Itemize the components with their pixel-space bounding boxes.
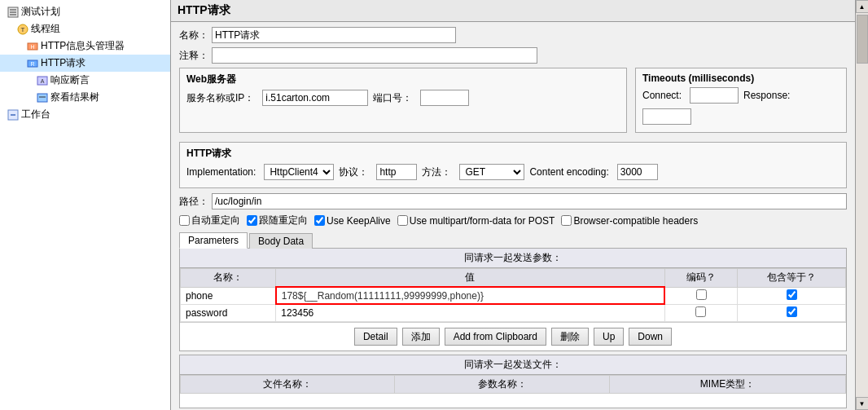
tree-item-results-tree[interactable]: 察看结果树 <box>0 89 170 106</box>
server-row: 服务名称或IP： 端口号： <box>186 90 620 106</box>
tree-item-thread-group[interactable]: T 线程组 <box>0 20 170 37</box>
col-filename: 文件名称： <box>181 375 395 393</box>
scrollbar-track <box>856 13 868 397</box>
add-button[interactable]: 添加 <box>402 328 440 346</box>
name-label: 名称： <box>179 29 208 42</box>
browser-compat-checkbox[interactable] <box>561 215 572 226</box>
port-label: 端口号： <box>373 91 412 105</box>
encode-phone-checkbox[interactable] <box>696 289 707 300</box>
svg-text:H: H <box>30 44 34 50</box>
param-value-password: 123456 <box>276 304 665 321</box>
test-plan-icon <box>7 6 20 19</box>
tree-item-workbench[interactable]: 工作台 <box>0 106 170 123</box>
assertion-icon: A <box>36 74 49 87</box>
send-files-section: 同请求一起发送文件： 文件名称： 参数名称： MIME类型： <box>179 355 847 409</box>
http-request-icon: R <box>26 57 39 70</box>
follow-redirect-label[interactable]: 跟随重定向 <box>247 214 308 227</box>
workbench-icon <box>7 108 20 121</box>
button-row: Detail 添加 Add from Clipboard 删除 Up Down <box>180 322 846 350</box>
down-button[interactable]: Down <box>629 328 672 346</box>
param-name-password: password <box>181 304 276 321</box>
method-select[interactable]: GET POST <box>459 164 524 180</box>
comments-input[interactable] <box>212 47 537 64</box>
name-row: 名称： <box>179 27 847 43</box>
port-input[interactable] <box>420 90 469 106</box>
assertion-label: 响应断言 <box>50 73 90 87</box>
detail-button[interactable]: Detail <box>354 328 397 346</box>
web-server-title: Web服务器 <box>186 73 620 86</box>
include-password-checkbox[interactable] <box>787 306 797 317</box>
param-encode-phone <box>664 287 737 304</box>
auto-redirect-checkbox[interactable] <box>179 215 190 226</box>
auto-redirect-text: 自动重定向 <box>191 214 240 227</box>
web-server-section: Web服务器 服务名称或IP： 端口号： <box>179 68 627 133</box>
http-request-section: HTTP请求 Implementation: HttpClient4 协议： 方… <box>179 142 847 188</box>
col-include: 包含等于？ <box>738 269 846 288</box>
param-encode-password <box>664 304 737 321</box>
encode-password-checkbox[interactable] <box>695 306 706 317</box>
comments-label: 注释： <box>179 49 208 63</box>
comments-row: 注释： <box>179 47 847 64</box>
send-files-table: 文件名称： 参数名称： MIME类型： <box>180 375 846 408</box>
send-files-header: 同请求一起发送文件： <box>180 355 846 375</box>
param-name-phone: phone <box>181 287 276 304</box>
include-phone-checkbox[interactable] <box>787 289 797 300</box>
http-header-icon: H <box>26 40 39 53</box>
multipart-label[interactable]: Use multipart/form-data for POST <box>397 215 555 227</box>
tree-item-http-request[interactable]: R HTTP请求 <box>0 55 170 72</box>
protocol-input[interactable] <box>376 164 417 180</box>
timeouts-row: Connect: Response: <box>642 87 840 125</box>
name-input[interactable] <box>212 27 456 43</box>
params-header: 同请求一起发送参数： <box>180 249 846 268</box>
http-request-label: HTTP请求 <box>41 56 85 70</box>
scroll-down-button[interactable]: ▼ <box>856 397 869 410</box>
keepalive-checkbox[interactable] <box>314 215 325 226</box>
tab-body-data[interactable]: Body Data <box>249 233 313 249</box>
http-request-section-title: HTTP请求 <box>186 147 840 161</box>
path-input[interactable] <box>212 193 847 209</box>
checkbox-row: 自动重定向 跟随重定向 Use KeepAlive Use multipart/… <box>179 214 847 227</box>
http-options-row: Implementation: HttpClient4 协议： 方法： GET … <box>186 164 840 180</box>
results-tree-icon <box>36 91 49 104</box>
thread-group-label: 线程组 <box>31 22 60 36</box>
add-clipboard-button[interactable]: Add from Clipboard <box>445 328 546 346</box>
tree-item-assertion[interactable]: A 响应断言 <box>0 72 170 89</box>
thread-group-icon: T <box>16 23 29 36</box>
delete-button[interactable]: 删除 <box>551 328 589 346</box>
up-button[interactable]: Up <box>594 328 624 346</box>
content-encoding-input[interactable] <box>617 164 658 180</box>
timeouts-title: Timeouts (milliseconds) <box>642 73 840 84</box>
protocol-label: 协议： <box>339 165 368 179</box>
path-row: 路径： <box>179 193 847 209</box>
keepalive-label[interactable]: Use KeepAlive <box>314 215 391 227</box>
browser-compat-label[interactable]: Browser-compatible headers <box>561 215 698 227</box>
col-value: 值 <box>276 269 665 288</box>
tab-parameters-label: Parameters <box>188 235 239 246</box>
multipart-checkbox[interactable] <box>397 215 408 226</box>
tab-parameters[interactable]: Parameters <box>179 232 248 249</box>
response-input[interactable] <box>642 108 691 125</box>
param-value-phone: 178${__Random(11111111,99999999,phone)} <box>276 287 665 304</box>
server-name-input[interactable] <box>262 90 368 106</box>
tree-item-test-plan[interactable]: 测试计划 <box>0 3 170 20</box>
auto-redirect-label[interactable]: 自动重定向 <box>179 214 240 227</box>
follow-redirect-checkbox[interactable] <box>247 215 257 226</box>
scrollbar-thumb[interactable] <box>857 15 868 64</box>
col-encode: 编码？ <box>664 269 737 288</box>
connect-input[interactable] <box>690 87 739 104</box>
col-param-name: 参数名称： <box>395 375 609 393</box>
params-panel: 同请求一起发送参数： 名称： 值 编码？ 包含等于？ phone 178${__… <box>179 248 847 351</box>
path-label: 路径： <box>179 195 208 209</box>
follow-redirect-text: 跟随重定向 <box>259 214 308 227</box>
tabs-container: Parameters Body Data <box>179 232 847 249</box>
implementation-select[interactable]: HttpClient4 <box>264 164 334 180</box>
multipart-text: Use multipart/form-data for POST <box>410 215 555 227</box>
response-label: Response: <box>743 90 790 101</box>
param-include-password <box>738 304 846 321</box>
col-name: 名称： <box>181 269 276 288</box>
svg-text:R: R <box>30 61 34 67</box>
svg-text:A: A <box>41 78 45 84</box>
implementation-label: Implementation: <box>186 166 256 178</box>
tree-item-http-header[interactable]: H HTTP信息头管理器 <box>0 37 170 55</box>
scroll-up-button[interactable]: ▲ <box>856 0 869 13</box>
